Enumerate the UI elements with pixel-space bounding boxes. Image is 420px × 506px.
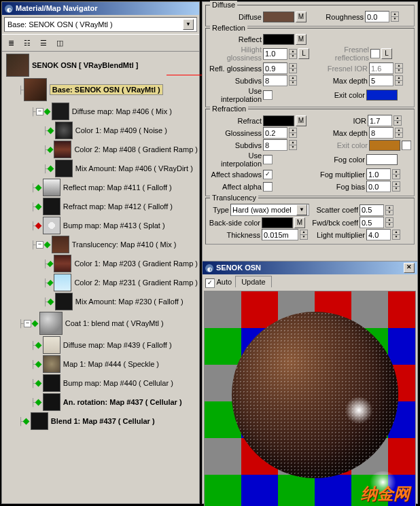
fresnel-checkbox[interactable]: [370, 49, 380, 58]
material-swatch[interactable]: [43, 198, 60, 215]
fogcolor-swatch[interactable]: [366, 154, 398, 165]
roughness-input[interactable]: [365, 11, 389, 22]
material-swatch[interactable]: [55, 293, 73, 310]
material-swatch[interactable]: [54, 255, 71, 272]
refr-maxdepth-input[interactable]: [369, 127, 393, 139]
fwdbck-spinner[interactable]: ▲▼: [385, 217, 393, 228]
fogmult-spinner[interactable]: ▲▼: [392, 169, 400, 179]
affect-alpha-checkbox[interactable]: [263, 182, 273, 192]
material-swatch[interactable]: [54, 141, 71, 158]
tree-node[interactable]: ├Blend 1: Map #437 ( Cellular ): [3, 412, 198, 431]
refr-maxdepth-spinner[interactable]: ▲▼: [395, 128, 403, 138]
lightmult-input[interactable]: [366, 229, 391, 240]
ior-input[interactable]: [368, 115, 392, 126]
roughness-spinner[interactable]: ▲▼: [391, 12, 399, 22]
refract-map-button[interactable]: M: [296, 115, 307, 126]
material-swatch[interactable]: [39, 312, 63, 335]
diffuse-color-swatch[interactable]: [263, 12, 294, 22]
refract-color-swatch[interactable]: [263, 115, 294, 126]
material-swatch[interactable]: [55, 122, 73, 139]
preview-titlebar[interactable]: ◐ SENOK OSN ✕: [203, 261, 417, 274]
ior-spinner[interactable]: ▲▼: [393, 115, 402, 126]
view-tree3-icon[interactable]: ◫: [52, 35, 67, 50]
fresnelior-spinner[interactable]: ▲▼: [395, 63, 403, 73]
view-tree2-icon[interactable]: ☰: [36, 35, 51, 50]
material-swatch[interactable]: [43, 374, 60, 392]
material-swatch[interactable]: [24, 78, 47, 101]
tree-node[interactable]: SENOK OSN [ VRayBlendMtl ]: [3, 53, 198, 77]
thickness-spinner[interactable]: ▲▼: [300, 230, 308, 240]
reflgloss-input[interactable]: [263, 62, 287, 74]
thickness-input[interactable]: [262, 229, 298, 240]
material-swatch[interactable]: [6, 54, 29, 77]
scatter-spinner[interactable]: ▲▼: [385, 205, 393, 215]
material-swatch[interactable]: [52, 236, 69, 253]
collapse-icon[interactable]: −: [24, 320, 31, 327]
tree-node[interactable]: ├−Diffuse map: Map #406 ( Mix ): [3, 102, 198, 121]
material-swatch[interactable]: [52, 103, 69, 120]
tree-node[interactable]: ├Mix Amount: Map #230 ( Falloff ): [3, 292, 198, 311]
refl-subdivs-spinner[interactable]: ▲▼: [289, 75, 297, 86]
diffuse-map-button[interactable]: M: [296, 12, 307, 22]
tree-node[interactable]: ├−Coat 1: blend mat ( VRayMtl ): [3, 311, 198, 336]
material-swatch[interactable]: [43, 393, 60, 411]
material-swatch[interactable]: [55, 160, 73, 177]
refl-maxdepth-spinner[interactable]: ▲▼: [395, 75, 403, 86]
hilight-spinner[interactable]: ▲▼: [289, 49, 297, 59]
tree-node[interactable]: ├Diffuse map: Map #439 ( Falloff ): [3, 336, 198, 355]
refr-exitcolor-check[interactable]: [402, 141, 411, 150]
tree-node[interactable]: ├Mix Amount: Map #406 ( VRayDirt ): [3, 159, 198, 178]
refr-useintrp-checkbox[interactable]: [263, 155, 273, 164]
refr-gloss-spinner[interactable]: ▲▼: [289, 128, 297, 138]
navigator-titlebar[interactable]: ◐ Material/Map Navigator: [2, 2, 199, 15]
lightmult-spinner[interactable]: ▲▼: [392, 230, 400, 240]
refl-subdivs-input[interactable]: [263, 75, 287, 86]
tree-node[interactable]: ├Refract map: Map #412 ( Falloff ): [3, 197, 198, 216]
backside-color-swatch[interactable]: [262, 217, 293, 228]
tree-node[interactable]: ├Map 1: Map #444 ( Speckle ): [3, 355, 198, 374]
refr-gloss-input[interactable]: [263, 127, 287, 139]
refr-exitcolor-swatch[interactable]: [369, 140, 400, 151]
material-swatch[interactable]: [43, 217, 60, 234]
material-swatch[interactable]: [43, 336, 60, 354]
tree-node[interactable]: ├Color 2: Map #408 ( Gradient Ramp ): [3, 140, 198, 159]
material-swatch[interactable]: [43, 355, 60, 373]
backside-map-button[interactable]: M: [294, 217, 305, 228]
update-tab[interactable]: Update: [235, 276, 271, 287]
close-icon[interactable]: ✕: [404, 263, 415, 273]
fresnel-l-button[interactable]: L: [381, 48, 392, 59]
base-material-dropdown[interactable]: Base: SENOK OSN ( VRayMtl ) ▼: [4, 17, 197, 32]
tree-node[interactable]: ├−Translucency: Map #410 ( Mix ): [3, 235, 198, 254]
view-tree1-icon[interactable]: ☷: [20, 35, 35, 50]
refl-maxdepth-input[interactable]: [369, 75, 393, 86]
hilight-gloss-input[interactable]: [263, 48, 287, 60]
material-swatch[interactable]: [31, 412, 48, 430]
preview-viewport[interactable]: 纳金网: [204, 291, 416, 506]
tree-node[interactable]: ├Color 2: Map #231 ( Gradient Ramp ): [3, 273, 198, 292]
refr-subdivs-input[interactable]: [263, 139, 287, 151]
tree-node[interactable]: ├Color 1: Map #203 ( Gradient Ramp ): [3, 254, 198, 273]
tree-node[interactable]: ├Bump map: Map #440 ( Cellular ): [3, 374, 198, 393]
reflgloss-spinner[interactable]: ▲▼: [289, 63, 297, 73]
refl-useintrp-checkbox[interactable]: [263, 90, 273, 100]
collapse-icon[interactable]: −: [36, 108, 43, 115]
l-button[interactable]: L: [298, 48, 309, 59]
refr-subdivs-spinner[interactable]: ▲▼: [289, 140, 297, 150]
refl-exitcolor-swatch[interactable]: [366, 90, 398, 101]
material-swatch[interactable]: [43, 179, 60, 196]
reflect-map-button[interactable]: M: [296, 34, 307, 45]
material-swatch[interactable]: [54, 274, 71, 291]
fogmult-input[interactable]: [366, 168, 391, 180]
fresnelior-input[interactable]: [369, 62, 393, 74]
tree-node[interactable]: ├An. rotation: Map #437 ( Cellular ): [3, 393, 198, 412]
fwdbck-input[interactable]: [360, 217, 384, 228]
fogbias-input[interactable]: [366, 181, 391, 192]
tree-node[interactable]: ├Base: SENOK OSN ( VRayMtl ): [3, 77, 198, 102]
auto-checkbox-wrapper[interactable]: ✓ Auto: [205, 278, 232, 286]
material-tree[interactable]: SENOK OSN [ VRayBlendMtl ]├Base: SENOK O…: [2, 52, 199, 506]
tree-node[interactable]: ├Color 1: Map #409 ( Noise ): [3, 121, 198, 140]
affect-shadows-checkbox[interactable]: ✓: [263, 170, 273, 179]
tree-node[interactable]: ├Bump map: Map #413 ( Splat ): [3, 216, 198, 235]
reflect-color-swatch[interactable]: [263, 34, 294, 45]
view-list-icon[interactable]: ≣: [3, 35, 18, 50]
